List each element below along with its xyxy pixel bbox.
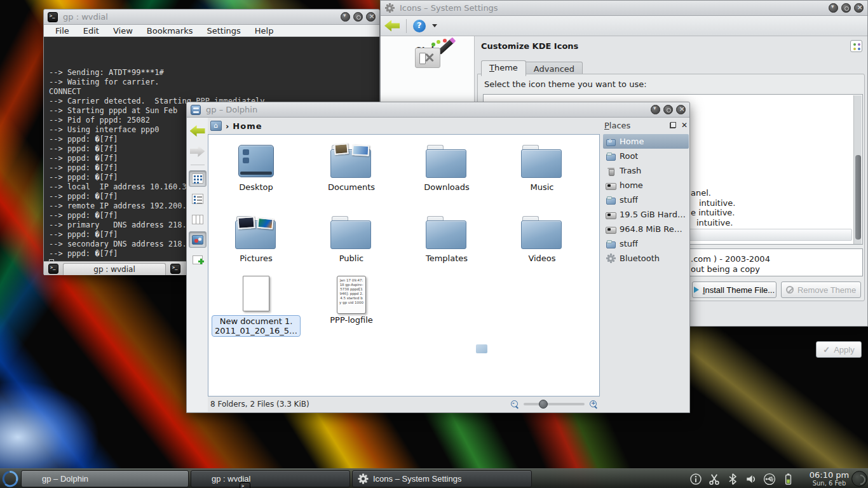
places-item[interactable]: Home <box>603 134 689 149</box>
folder-item[interactable]: Documents <box>304 140 399 211</box>
scrollbar[interactable] <box>853 95 862 244</box>
taskbar-task[interactable]: gp : wvdial <box>191 470 350 487</box>
terminal-tab[interactable]: gp : wvdial <box>63 263 166 275</box>
zoom-slider-handle[interactable] <box>539 400 548 409</box>
battery-icon[interactable] <box>782 473 794 485</box>
place-icon <box>606 254 616 264</box>
folder-view[interactable]: Desktop Documents <box>208 134 600 396</box>
clock-time: 06:10 pm <box>808 470 850 480</box>
back-arrow-icon <box>190 125 205 137</box>
places-item[interactable]: stuff <box>603 193 689 207</box>
places-item[interactable]: Bluetooth <box>603 251 689 266</box>
device-notifier-usb-icon[interactable] <box>763 473 776 485</box>
settings-toolbar <box>381 16 867 36</box>
details-view-button[interactable] <box>189 191 207 207</box>
menu-item[interactable]: File <box>55 26 69 36</box>
folder-item[interactable]: Desktop <box>208 140 304 211</box>
menu-item[interactable]: Edit <box>83 26 99 36</box>
folder-item[interactable]: Pictures <box>208 211 304 282</box>
close-button[interactable] <box>854 3 864 13</box>
thumbnail-artifact <box>476 344 487 353</box>
back-arrow-icon[interactable] <box>384 20 400 32</box>
minimize-button[interactable] <box>651 105 660 114</box>
close-button[interactable] <box>676 105 686 114</box>
klipper-scissors-icon[interactable] <box>708 473 721 485</box>
apply-button[interactable]: Apply <box>816 341 862 358</box>
preview-button[interactable] <box>189 231 207 248</box>
workspace-tools-icon[interactable] <box>415 48 440 68</box>
clock[interactable]: 06:10 pm Sun, 6 Feb <box>808 470 850 487</box>
places-item[interactable]: Root <box>603 149 689 163</box>
file-item[interactable]: Jan 17 09:47:18 gp-Aspire-5738 pppd[1946… <box>304 276 399 337</box>
minimize-button[interactable] <box>341 12 350 22</box>
install-theme-button[interactable]: Install Theme File... <box>692 281 776 298</box>
new-tab-button[interactable] <box>46 262 60 275</box>
close-panel-icon[interactable]: ✕ <box>681 121 688 130</box>
bluetooth-icon[interactable] <box>726 473 739 485</box>
settings-titlebar[interactable]: Icons – System Settings <box>381 1 867 16</box>
launcher-button[interactable] <box>1 470 20 488</box>
tab-theme[interactable]: Theme <box>481 60 526 76</box>
places-item[interactable]: 19.5 GiB Hard Drive <box>603 207 689 222</box>
terminal-tab-label: gp : wvdial <box>93 265 135 274</box>
theme-list-text: anel. intuitive. e intuitive. intuitive. <box>691 188 735 227</box>
menu-item[interactable]: Settings <box>207 26 240 36</box>
maximize-button[interactable] <box>353 12 363 22</box>
folder-item[interactable]: Music <box>494 140 590 211</box>
menu-item[interactable]: Help <box>255 26 274 36</box>
maximize-button[interactable] <box>841 3 851 13</box>
help-icon[interactable] <box>413 20 426 32</box>
tab-list-button[interactable] <box>168 262 182 275</box>
breadcrumb-home[interactable]: Home <box>233 121 262 131</box>
close-button[interactable] <box>366 12 376 22</box>
zoom-out-icon[interactable]: - <box>511 400 519 408</box>
preview-icon <box>192 235 203 245</box>
menu-item[interactable]: Bookmarks <box>147 26 193 36</box>
folder-item[interactable]: Public <box>304 211 399 282</box>
install-arrow-icon <box>694 287 699 293</box>
terminal-titlebar[interactable]: gp : wvdial <box>44 10 379 25</box>
zoom-controls: - + <box>511 400 597 408</box>
breadcrumb: Home <box>208 118 600 134</box>
places-item[interactable]: home <box>603 178 689 193</box>
folder-icon <box>521 215 563 250</box>
folder-label: Videos <box>528 254 555 263</box>
panel-toolbox[interactable] <box>851 471 867 487</box>
taskbar-task[interactable]: Icons – System Settings <box>352 470 532 487</box>
home-folder-icon[interactable] <box>210 121 222 131</box>
terminal-icon <box>48 264 58 274</box>
split-view-button[interactable] <box>189 252 207 268</box>
volume-icon[interactable] <box>745 473 757 485</box>
folder-item[interactable]: Templates <box>399 211 494 282</box>
minimize-button[interactable] <box>829 3 838 13</box>
credits-line: .com ) - 2003-2004 <box>691 254 770 264</box>
remove-theme-label: Remove Theme <box>797 285 856 295</box>
places-item[interactable]: Trash <box>603 163 689 178</box>
folder-label: Templates <box>426 254 468 263</box>
taskbar-task[interactable]: gp – Dolphin <box>21 470 189 487</box>
info-icon[interactable] <box>689 473 702 485</box>
places-item[interactable]: 964.8 MiB Remov… <box>603 222 689 236</box>
zoom-slider[interactable] <box>524 403 585 405</box>
zoom-in-icon[interactable]: + <box>590 400 597 408</box>
folder-item[interactable]: Downloads <box>399 140 494 211</box>
folder-icon <box>426 215 468 250</box>
folder-icon <box>330 215 372 250</box>
back-button[interactable] <box>189 123 207 139</box>
forward-button[interactable] <box>189 143 207 159</box>
remove-theme-button[interactable]: Remove Theme <box>781 281 861 298</box>
float-panel-icon[interactable] <box>670 122 676 128</box>
icons-view-button[interactable] <box>189 170 207 187</box>
dolphin-titlebar[interactable]: gp – Dolphin <box>187 102 689 118</box>
columns-view-button[interactable] <box>189 211 207 227</box>
place-label: 19.5 GiB Hard Drive <box>620 210 686 219</box>
folder-item[interactable]: Videos <box>494 211 590 282</box>
folder-label: Pictures <box>240 254 272 263</box>
place-icon <box>606 195 616 205</box>
places-item[interactable]: stuff <box>603 236 689 251</box>
file-item[interactable]: New document 1.2011_01_20_16_5… <box>208 276 304 337</box>
chevron-down-icon[interactable] <box>432 24 437 27</box>
menu-item[interactable]: View <box>113 26 133 36</box>
scrollbar-thumb[interactable] <box>855 155 861 240</box>
maximize-button[interactable] <box>663 105 673 114</box>
